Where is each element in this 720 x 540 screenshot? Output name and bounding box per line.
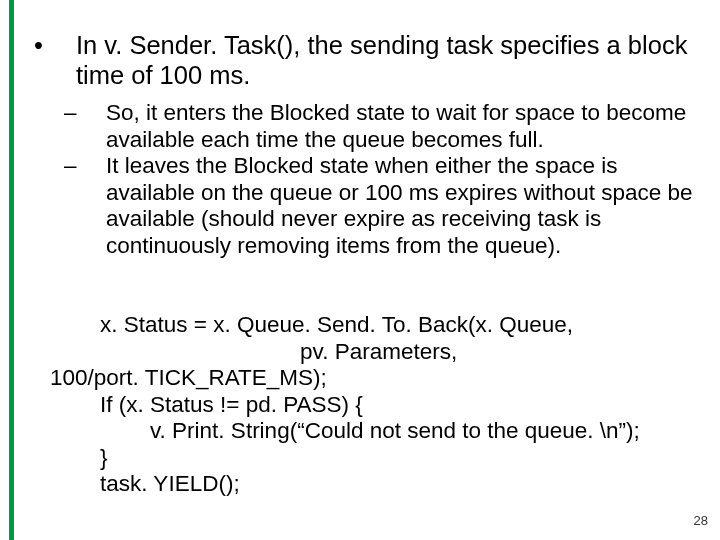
dash-marker: – (85, 153, 106, 180)
page-number: 28 (694, 513, 708, 528)
code-line: pv. Parameters, (50, 339, 457, 364)
dash-marker: – (85, 100, 106, 127)
slide: •In v. Sender. Task(), the sending task … (0, 0, 720, 540)
bullet-marker: • (55, 30, 76, 60)
code-block: x. Status = x. Queue. Send. To. Back(x. … (20, 285, 700, 524)
bullet-level-1: •In v. Sender. Task(), the sending task … (20, 30, 700, 90)
slide-content: •In v. Sender. Task(), the sending task … (20, 30, 700, 524)
code-line: } (50, 445, 108, 470)
code-line: x. Status = x. Queue. Send. To. Back(x. … (50, 312, 573, 337)
code-line: 100/port. TICK_RATE_MS); (50, 365, 327, 390)
code-line: task. YIELD(); (50, 471, 240, 496)
bullet-text: In v. Sender. Task(), the sending task s… (76, 31, 687, 89)
code-line: If (x. Status != pd. PASS) { (50, 392, 363, 417)
sub-bullet-text: It leaves the Blocked state when either … (106, 153, 693, 258)
bullet-level-2: –It leaves the Blocked state when either… (20, 153, 700, 259)
sub-bullet-text: So, it enters the Blocked state to wait … (106, 100, 686, 152)
accent-bar (9, 0, 14, 540)
bullet-level-2: –So, it enters the Blocked state to wait… (20, 100, 700, 153)
code-line: v. Print. String(“Could not send to the … (50, 418, 640, 443)
